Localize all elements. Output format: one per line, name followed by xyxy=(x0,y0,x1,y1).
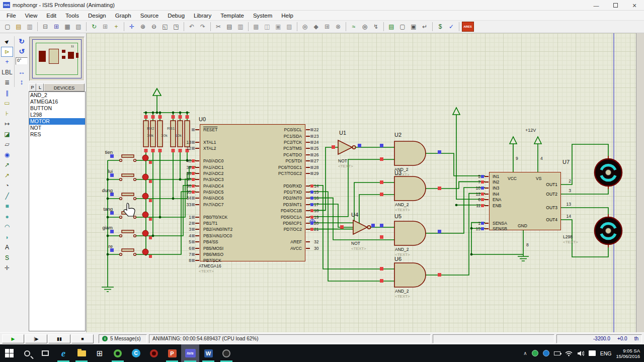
graph-mode[interactable]: ◪ xyxy=(1,129,13,140)
menu-item[interactable]: Edit xyxy=(42,12,61,20)
gate-u4-not[interactable]: U4 NOT <TEXT> xyxy=(351,212,371,251)
device-list-item[interactable]: NOT xyxy=(29,125,85,131)
powerpoint-button[interactable]: P xyxy=(163,344,181,362)
chip-l298-u7[interactable]: 571012611115 IN1IN2IN3IN4ENAENBSENSASENS… xyxy=(489,172,561,230)
wire-label-mode[interactable]: LBL xyxy=(1,67,13,78)
packaging-tool-button[interactable]: ⊞ xyxy=(322,22,333,32)
goto-sheet-button[interactable]: ↵ xyxy=(420,22,430,32)
gate-u3-and[interactable]: U3 AND_2 <TEXT> xyxy=(394,170,426,212)
import-section-button[interactable]: ⊟ xyxy=(40,22,51,32)
electrical-rule-check-button[interactable]: ✓ xyxy=(446,22,457,32)
angle-field[interactable]: 0° xyxy=(16,57,28,65)
block-delete-button[interactable]: ▨ xyxy=(284,22,295,32)
bill-of-materials-button[interactable]: $ xyxy=(435,22,446,32)
wire-autorouter-button[interactable]: ≈ xyxy=(349,22,359,32)
tray-app-icon[interactable] xyxy=(543,350,549,356)
notifications-icon[interactable] xyxy=(589,350,596,356)
menu-item[interactable]: Debug xyxy=(163,12,189,20)
edge-button[interactable]: e xyxy=(54,344,72,362)
stop-button[interactable]: ■ xyxy=(71,334,94,343)
2d-box-mode[interactable]: ■ xyxy=(1,201,13,212)
browser-c-button[interactable]: C xyxy=(127,344,145,362)
menu-item[interactable]: System xyxy=(249,12,277,20)
task-view-button[interactable] xyxy=(36,344,54,362)
speaker-icon[interactable] xyxy=(577,350,584,356)
search-tag-button[interactable]: ◎ xyxy=(360,22,370,32)
store-button[interactable]: ⊞ xyxy=(91,344,109,362)
zoom-area-button[interactable]: ◱ xyxy=(160,22,171,32)
2d-circle-mode[interactable]: ● xyxy=(1,212,13,222)
device-list-item[interactable]: RES xyxy=(29,131,85,138)
menu-item[interactable]: Library xyxy=(189,12,216,20)
block-move-button[interactable]: ◫ xyxy=(262,22,273,32)
2d-symbol-mode[interactable]: S xyxy=(1,253,13,263)
gate-u1-not[interactable]: U1 NOT <TEXT> xyxy=(338,130,356,168)
menu-item[interactable]: Source xyxy=(136,12,163,20)
gate-u5-and[interactable]: U5 AND_2 <TEXT> xyxy=(394,213,426,257)
zoom-all-button[interactable]: ◳ xyxy=(171,22,182,32)
device-list-item[interactable]: BUTTON xyxy=(29,105,85,112)
toggle-grid-button[interactable]: ⊞ xyxy=(100,22,111,32)
play-button[interactable]: ▶ xyxy=(2,334,24,343)
open-design-button[interactable]: ▤ xyxy=(14,22,24,32)
menu-item[interactable]: Template xyxy=(216,12,249,20)
schematic-overview[interactable]: 11 xyxy=(29,37,85,81)
isis-button[interactable]: isis xyxy=(181,344,199,362)
wifi-icon[interactable] xyxy=(565,350,573,356)
new-sheet-button[interactable]: ▢ xyxy=(397,22,408,32)
2d-arc-mode[interactable]: ◠ xyxy=(1,222,13,232)
2d-text-mode[interactable]: A xyxy=(1,242,13,253)
paste-button[interactable]: ▥ xyxy=(235,22,246,32)
property-assignment-button[interactable]: ↯ xyxy=(371,22,381,32)
decompose-button[interactable]: ⊗ xyxy=(333,22,344,32)
buses-mode[interactable]: ∥ xyxy=(1,88,13,99)
media-player-button[interactable] xyxy=(217,344,235,362)
current-probe-mode[interactable]: ↗ xyxy=(1,170,13,181)
design-explorer-button[interactable]: ▤ xyxy=(386,22,397,32)
device-list-item[interactable]: L298 xyxy=(29,112,85,118)
restore-button[interactable] xyxy=(606,0,625,11)
zoom-out-button[interactable]: ⊖ xyxy=(149,22,159,32)
message-panel[interactable]: i 5 Message(s) xyxy=(99,334,147,343)
start-button[interactable] xyxy=(0,344,18,362)
word-button[interactable]: W xyxy=(199,344,217,362)
2d-path-mode[interactable]: ◗ xyxy=(1,232,13,243)
coccoc-button[interactable] xyxy=(109,344,127,362)
battery-icon[interactable] xyxy=(554,351,560,355)
component-mode[interactable]: ⊳ xyxy=(1,47,13,57)
block-rotate-button[interactable]: ▣ xyxy=(273,22,284,32)
mark-output-area-button[interactable]: ▧ xyxy=(73,22,84,32)
schematic-canvas[interactable]: R#2 RB1 10k 10k 10k xyxy=(87,33,636,332)
device-list-item[interactable]: ATMEGA16 xyxy=(29,99,85,105)
tape-recorder-mode[interactable]: ▱ xyxy=(1,139,13,150)
pick-device-button[interactable]: ◎ xyxy=(300,22,310,32)
block-copy-button[interactable]: ▩ xyxy=(251,22,262,32)
library-button[interactable]: L xyxy=(36,83,44,92)
rotate-anticlockwise-button[interactable]: ↺ xyxy=(16,46,28,56)
selection-pointer-mode[interactable]: ► xyxy=(1,36,13,47)
mirror-horizontal-button[interactable]: ↔ xyxy=(16,67,28,77)
cut-button[interactable]: ✂ xyxy=(213,22,224,32)
gate-u6-and[interactable]: U6 AND_2 <TEXT> xyxy=(394,256,426,299)
pause-button[interactable]: ▮▮ xyxy=(48,334,70,343)
pick-parts-button[interactable]: P xyxy=(29,83,36,92)
false-origin-button[interactable]: + xyxy=(111,22,122,32)
file-explorer-button[interactable] xyxy=(72,344,91,362)
pan-button[interactable]: ✛ xyxy=(127,22,137,32)
menu-item[interactable]: Help xyxy=(277,12,298,20)
rotate-clockwise-button[interactable]: ↻ xyxy=(16,36,28,46)
junction-dot-mode[interactable]: + xyxy=(1,57,13,67)
mirror-vertical-button[interactable]: ↕ xyxy=(16,77,28,87)
redraw-button[interactable]: ↻ xyxy=(89,22,100,32)
terminals-mode[interactable]: ⊦ xyxy=(1,109,13,119)
motor-2[interactable] xyxy=(595,214,622,247)
copy-button[interactable]: ▤ xyxy=(224,22,235,32)
step-button[interactable]: |▶ xyxy=(25,334,47,343)
export-section-button[interactable]: ⊞ xyxy=(51,22,62,32)
voltage-probe-mode[interactable]: ↗ xyxy=(1,160,13,170)
text-script-mode[interactable]: ≣ xyxy=(1,77,13,88)
netlist-to-ares-button[interactable]: ARES xyxy=(462,22,474,32)
motor-1[interactable] xyxy=(595,156,622,189)
generator-mode[interactable]: ◉ xyxy=(1,150,13,160)
print-button[interactable]: ▦ xyxy=(62,22,73,32)
